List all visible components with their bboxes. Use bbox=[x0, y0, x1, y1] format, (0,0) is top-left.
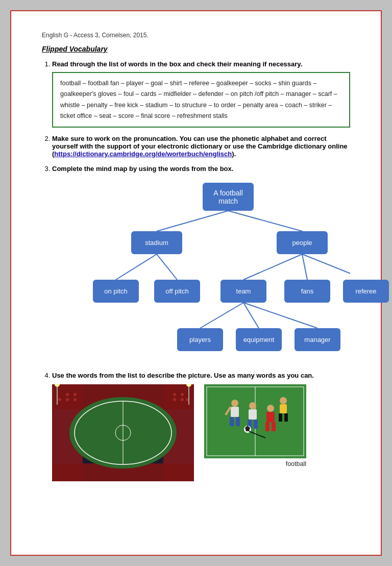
football-image-wrapper: football bbox=[204, 384, 306, 467]
svg-rect-38 bbox=[230, 417, 234, 426]
mindmap-node-fans: fans bbox=[284, 280, 330, 303]
mindmap-node-manager: manager bbox=[295, 328, 340, 351]
images-row: football bbox=[52, 384, 350, 481]
svg-point-24 bbox=[173, 393, 176, 396]
svg-point-28 bbox=[181, 398, 184, 401]
svg-line-9 bbox=[243, 303, 317, 328]
cambridge-link[interactable]: https://dictionary.cambridge.org/de/wort… bbox=[54, 150, 232, 158]
mindmap-node-people: people bbox=[277, 231, 328, 254]
instruction-2-text: Make sure to work on the pronuncation. Y… bbox=[52, 135, 348, 158]
page: English G - Access 3, Cornelsen, 2015. F… bbox=[10, 10, 382, 556]
mindmap-node-root: A football match bbox=[203, 183, 254, 211]
mindmap-container: A football matchstadiumpeopleon pitchoff… bbox=[52, 178, 350, 361]
svg-rect-44 bbox=[254, 420, 258, 429]
instruction-2: Make sure to work on the pronuncation. Y… bbox=[52, 135, 350, 158]
mindmap-node-stadium: stadium bbox=[131, 231, 182, 254]
svg-line-3 bbox=[157, 254, 177, 280]
svg-point-20 bbox=[74, 393, 77, 396]
instruction-1-text: Read through the list of words in the bo… bbox=[52, 60, 302, 68]
football-match-image bbox=[204, 384, 306, 458]
svg-line-1 bbox=[228, 211, 302, 231]
svg-rect-46 bbox=[266, 412, 275, 422]
svg-point-23 bbox=[74, 398, 77, 401]
mindmap-node-offpitch: off pitch bbox=[154, 280, 200, 303]
svg-rect-51 bbox=[279, 413, 282, 422]
svg-point-21 bbox=[58, 398, 61, 401]
mindmap-node-equipment: equipment bbox=[236, 328, 282, 351]
svg-line-7 bbox=[200, 303, 243, 328]
instruction-4-text: Use the words from the list to describe … bbox=[52, 372, 314, 379]
svg-rect-37 bbox=[231, 407, 239, 417]
mindmap-node-team: team bbox=[220, 280, 266, 303]
instruction-1: Read through the list of words in the bo… bbox=[52, 60, 350, 128]
svg-point-36 bbox=[231, 400, 238, 407]
svg-rect-52 bbox=[284, 413, 288, 422]
instruction-4: Use the words from the list to describe … bbox=[52, 372, 350, 481]
svg-rect-47 bbox=[265, 422, 270, 431]
svg-point-45 bbox=[267, 405, 274, 412]
section-title: Flipped Vocabulary bbox=[42, 45, 350, 53]
mindmap-node-players: players bbox=[177, 328, 223, 351]
svg-line-8 bbox=[243, 303, 259, 328]
svg-line-5 bbox=[302, 254, 307, 280]
svg-point-49 bbox=[280, 397, 287, 404]
instruction-3-text: Complete the mind map by using the words… bbox=[52, 165, 233, 173]
football-label: football bbox=[204, 460, 306, 467]
svg-rect-50 bbox=[280, 404, 287, 413]
mindmap-node-referee: referee bbox=[343, 280, 389, 303]
svg-line-4 bbox=[243, 254, 302, 280]
svg-line-6 bbox=[302, 254, 350, 280]
svg-point-27 bbox=[173, 398, 176, 401]
instruction-3: Complete the mind map by using the words… bbox=[52, 165, 350, 361]
vocab-box: football – football fan – player – goal … bbox=[52, 72, 350, 128]
source-line: English G - Access 3, Cornelsen, 2015. bbox=[42, 32, 350, 39]
svg-point-22 bbox=[66, 398, 69, 401]
svg-line-2 bbox=[116, 254, 157, 280]
stadium-image bbox=[52, 384, 194, 481]
svg-point-25 bbox=[181, 393, 184, 396]
svg-point-19 bbox=[66, 393, 69, 396]
svg-rect-39 bbox=[236, 417, 240, 426]
svg-line-0 bbox=[157, 211, 228, 231]
svg-point-41 bbox=[249, 402, 256, 409]
svg-rect-48 bbox=[272, 422, 276, 431]
svg-rect-42 bbox=[249, 409, 257, 420]
mindmap-node-onpitch: on pitch bbox=[93, 280, 139, 303]
